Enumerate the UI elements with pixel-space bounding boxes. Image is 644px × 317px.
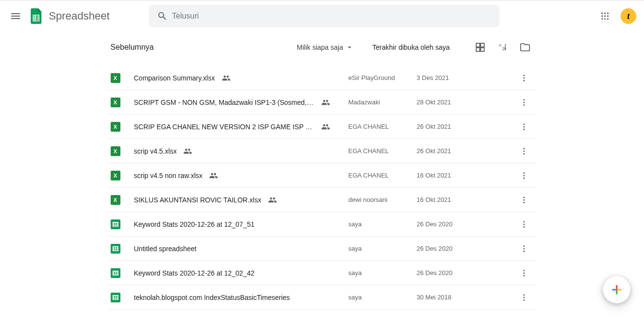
- list-toolbar: Sebelumnya Milik siapa saja Terakhir dib…: [108, 36, 537, 59]
- app-title: Spreadsheet: [49, 10, 110, 22]
- grid-view-icon: [475, 42, 486, 53]
- file-owner: Madazwaki: [349, 99, 417, 106]
- file-more-button[interactable]: [514, 196, 534, 204]
- file-more-button[interactable]: [514, 74, 534, 82]
- search-container: [149, 5, 500, 27]
- svg-point-34: [523, 223, 525, 225]
- file-row[interactable]: XComparison Summary.xlsxeSir PlayGround3…: [108, 66, 537, 90]
- file-date: 16 Okt 2021: [417, 172, 514, 179]
- open-file-picker-button[interactable]: [516, 39, 534, 56]
- user-avatar[interactable]: t: [621, 8, 636, 24]
- svg-point-4: [602, 13, 603, 14]
- apps-grid-icon: [600, 11, 610, 21]
- file-name-cell: SCRIPT GSM - NON GSM, Madazwaki ISP1-3 (…: [134, 98, 349, 107]
- sort-label[interactable]: Terakhir dibuka oleh saya: [372, 43, 450, 51]
- file-name: scrip v4.5 non raw.xlsx: [134, 172, 203, 179]
- file-more-button[interactable]: [514, 171, 534, 180]
- google-apps-button[interactable]: [595, 6, 615, 26]
- file-more-button[interactable]: [514, 98, 534, 107]
- svg-point-19: [523, 101, 525, 103]
- more-vert-icon: [520, 269, 528, 277]
- file-name: Keyword Stats 2020-12-26 at 12_07_51: [134, 220, 255, 228]
- search-input[interactable]: [172, 12, 496, 20]
- svg-point-15: [523, 75, 525, 76]
- file-row[interactable]: Xscrip v4.5.xlsxEGA CHANEL26 Okt 2021: [108, 139, 537, 163]
- file-more-button[interactable]: [514, 293, 534, 302]
- excel-file-icon: X: [111, 73, 120, 83]
- svg-point-26: [523, 153, 525, 154]
- more-vert-icon: [520, 220, 528, 229]
- file-row[interactable]: Xscrip v4.5 non raw.xlsxEGA CHANEL16 Okt…: [108, 163, 537, 188]
- svg-point-12: [607, 18, 608, 20]
- file-icon-cell: X: [111, 73, 134, 83]
- owner-filter-dropdown[interactable]: Milik siapa saja: [297, 43, 354, 52]
- more-vert-icon: [520, 293, 528, 302]
- svg-point-43: [523, 297, 525, 298]
- hamburger-icon: [10, 10, 21, 22]
- file-icon-cell: X: [111, 171, 134, 180]
- more-vert-icon: [520, 74, 528, 82]
- file-date: 26 Des 2020: [417, 269, 514, 277]
- file-more-button[interactable]: [514, 122, 534, 131]
- sheets-logo-icon: [27, 7, 45, 25]
- file-row[interactable]: Untitled spreadsheetsaya26 Des 2020: [108, 237, 537, 261]
- owner-filter-label: Milik siapa saja: [297, 43, 343, 51]
- svg-point-20: [523, 104, 525, 105]
- svg-point-22: [523, 126, 525, 127]
- view-grid-button[interactable]: [471, 39, 489, 56]
- svg-rect-46: [616, 291, 617, 295]
- svg-point-32: [523, 201, 525, 203]
- file-owner: saya: [349, 245, 417, 252]
- file-more-button[interactable]: [514, 220, 534, 229]
- file-name: Comparison Summary.xlsx: [134, 74, 215, 82]
- file-row[interactable]: XSIKLUS AKUNTANSI ROVIC TAILOR.xlsxdewi …: [108, 188, 537, 212]
- svg-point-21: [523, 123, 525, 125]
- search-box[interactable]: [149, 5, 500, 27]
- file-row[interactable]: Keyword Stats 2020-12-26 at 12_07_51saya…: [108, 212, 537, 237]
- file-icon-cell: [111, 244, 134, 254]
- file-more-button[interactable]: [514, 244, 534, 253]
- svg-point-36: [523, 245, 525, 247]
- file-icon-cell: X: [111, 122, 134, 132]
- file-icon-cell: [111, 293, 134, 302]
- file-owner: dewi noorsani: [349, 196, 417, 203]
- svg-point-9: [607, 15, 608, 17]
- svg-point-17: [523, 79, 525, 81]
- file-name-cell: Keyword Stats 2020-12-26 at 12_02_42: [134, 269, 349, 277]
- file-name-cell: SCRIP EGA CHANEL NEW VERSION 2 ISP GAME …: [134, 122, 349, 131]
- shared-icon: [321, 122, 330, 131]
- svg-point-8: [604, 15, 605, 17]
- svg-point-11: [604, 18, 605, 20]
- file-row[interactable]: XSCRIP EGA CHANEL NEW VERSION 2 ISP GAME…: [108, 115, 537, 139]
- main-menu-button[interactable]: [4, 4, 27, 28]
- file-name-cell: teknolah.blogspot.com IndexStatusBasicTi…: [134, 294, 349, 301]
- file-owner: saya: [349, 220, 417, 228]
- sheets-file-icon: [111, 244, 120, 254]
- shared-icon: [222, 74, 231, 82]
- more-vert-icon: [520, 196, 528, 204]
- sheets-file-icon: [111, 219, 120, 229]
- file-date: 26 Des 2020: [417, 245, 514, 252]
- sort-az-button[interactable]: AZ: [494, 39, 511, 56]
- file-row[interactable]: Keyword Stats 2020-12-26 at 12_02_42saya…: [108, 261, 537, 285]
- app-logo[interactable]: Spreadsheet: [27, 7, 110, 25]
- file-list: XComparison Summary.xlsxeSir PlayGround3…: [108, 66, 537, 310]
- file-row[interactable]: XSCRIPT GSM - NON GSM, Madazwaki ISP1-3 …: [108, 90, 537, 115]
- search-button[interactable]: [153, 6, 172, 26]
- sheets-file-icon: [111, 293, 120, 302]
- excel-file-icon: X: [111, 122, 120, 132]
- file-date: 3 Des 2021: [417, 74, 514, 81]
- excel-file-icon: X: [111, 195, 120, 205]
- svg-rect-45: [616, 285, 617, 289]
- new-document-fab[interactable]: [603, 276, 630, 303]
- plus-multicolor-icon: [610, 283, 624, 297]
- file-date: 26 Okt 2021: [417, 123, 514, 130]
- file-more-button[interactable]: [514, 147, 534, 156]
- svg-point-41: [523, 275, 525, 276]
- file-icon-cell: [111, 219, 134, 229]
- file-row[interactable]: teknolah.blogspot.com IndexStatusBasicTi…: [108, 285, 537, 310]
- svg-point-10: [602, 18, 603, 20]
- file-more-button[interactable]: [514, 269, 534, 277]
- svg-point-44: [523, 299, 525, 300]
- file-name: SIKLUS AKUNTANSI ROVIC TAILOR.xlsx: [134, 196, 261, 204]
